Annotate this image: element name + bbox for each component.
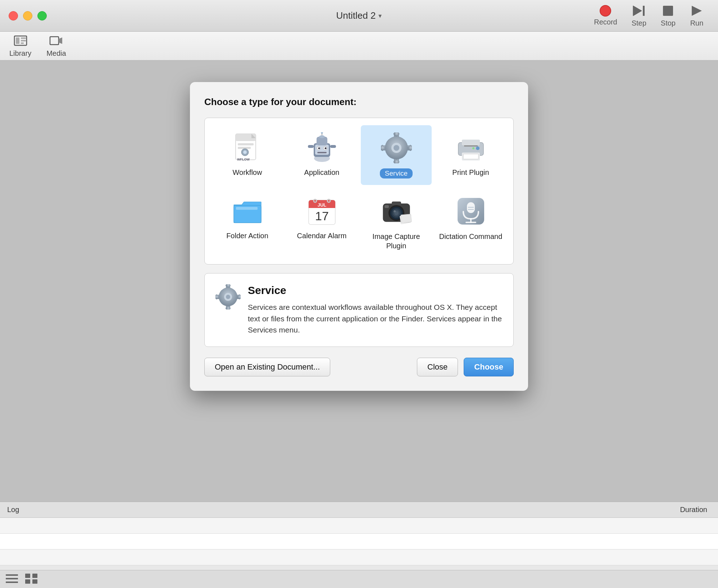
step-icon [632,4,646,18]
svg-rect-1 [643,6,645,16]
log-icon-list[interactable] [6,574,18,585]
doc-item-service[interactable]: Service [361,125,432,185]
log-row [0,549,718,565]
image-capture-icon [380,195,413,227]
stop-icon [661,4,675,18]
run-button[interactable]: Run [683,1,711,30]
doc-item-workflow[interactable]: WFLOW Workflow [212,125,283,185]
svg-rect-45 [464,145,478,146]
maximize-button[interactable] [37,11,47,21]
svg-marker-0 [633,6,642,16]
application-icon [306,132,338,164]
close-button[interactable]: Close [417,358,458,376]
media-label: Media [46,49,66,58]
svg-rect-89 [25,574,30,578]
description-title: Service [248,284,503,297]
doc-item-calendar-alarm[interactable]: JUL 17 Calendar Alarm [286,189,357,257]
description-service-icon [215,284,241,309]
log-header: Log Duration [0,502,718,518]
run-icon [690,4,704,18]
secondary-toolbar: Library Media [0,32,718,60]
log-row [0,518,718,534]
folder-action-label: Folder Action [226,232,268,240]
stop-button[interactable]: Stop [654,1,683,30]
svg-rect-50 [236,207,258,210]
media-button[interactable]: Media [41,32,72,60]
titlebar: Untitled 2 ▾ Record Step St [0,0,718,32]
image-capture-label: Image Capture Plugin [364,232,428,250]
dialog-buttons-row: Open an Existing Document... Close Choos… [204,358,514,376]
step-button[interactable]: Step [624,1,654,30]
description-content: Service Services are contextual workflow… [248,284,503,336]
traffic-lights [0,11,47,21]
svg-rect-87 [6,578,18,579]
doc-item-print-plugin[interactable]: Print Plugin [435,125,506,185]
svg-rect-12 [238,143,254,145]
library-button[interactable]: Library [4,32,37,60]
log-row [0,534,718,549]
run-label: Run [690,19,704,27]
open-existing-button[interactable]: Open an Existing Document... [204,358,330,376]
svg-marker-3 [692,6,702,16]
log-column-header: Log [0,502,26,517]
svg-rect-29 [308,145,314,148]
svg-rect-66 [385,205,389,208]
doc-item-image-capture[interactable]: Image Capture Plugin [361,189,432,257]
record-label: Record [594,18,617,26]
svg-rect-91 [25,579,30,584]
log-rows [0,518,718,565]
svg-point-85 [226,295,230,299]
print-plugin-label: Print Plugin [452,168,489,177]
svg-rect-24 [317,152,327,153]
main-area: Choose a type for your document: [0,60,718,530]
library-label: Library [9,49,31,58]
description-text: Services are contextual workflows availa… [248,302,503,336]
svg-rect-90 [32,574,37,578]
svg-rect-65 [392,202,401,205]
svg-rect-7 [21,40,26,41]
duration-column-header: Duration [673,502,718,517]
workflow-icon: WFLOW [231,132,264,164]
svg-point-64 [394,210,396,212]
svg-point-23 [324,148,326,149]
title-chevron[interactable]: ▾ [378,12,382,20]
description-area: Service Services are contextual workflow… [204,273,514,347]
calendar-alarm-icon: JUL 17 [306,195,338,227]
record-button[interactable]: Record [587,2,624,29]
media-icon [49,35,63,48]
step-label: Step [632,19,646,27]
log-area: Log Duration [0,502,718,588]
dictation-command-icon [455,195,487,227]
svg-rect-2 [663,6,673,16]
svg-rect-9 [50,37,59,45]
minimize-button[interactable] [23,11,32,21]
choose-button[interactable]: Choose [464,358,514,376]
dictation-command-label: Dictation Command [439,232,503,241]
svg-rect-86 [6,574,18,576]
doc-item-dictation-command[interactable]: Dictation Command [435,189,506,257]
service-badge: Service [380,168,413,178]
svg-rect-46 [463,154,478,159]
service-icon [380,132,413,164]
record-icon [600,5,611,17]
svg-point-48 [472,147,474,149]
workflow-label: Workflow [233,168,262,177]
doc-item-folder-action[interactable]: Folder Action [212,189,283,257]
close-button[interactable] [9,11,18,21]
svg-rect-88 [6,582,18,583]
doc-item-application[interactable]: Application [286,125,357,185]
svg-point-15 [243,150,247,154]
print-plugin-icon [455,132,487,164]
svg-point-41 [394,145,399,151]
svg-rect-8 [21,42,24,44]
document-type-grid: WFLOW Workflow [204,118,514,264]
log-icon-grid[interactable] [25,574,37,585]
svg-rect-68 [401,214,412,223]
toolbar-right: Record Step Stop [587,1,718,30]
svg-point-47 [476,146,480,150]
dialog: Choose a type for your document: [190,82,528,391]
svg-point-26 [319,135,325,138]
close-choose-group: Close Choose [417,358,514,376]
svg-text:17: 17 [315,209,329,223]
svg-rect-43 [462,140,480,145]
